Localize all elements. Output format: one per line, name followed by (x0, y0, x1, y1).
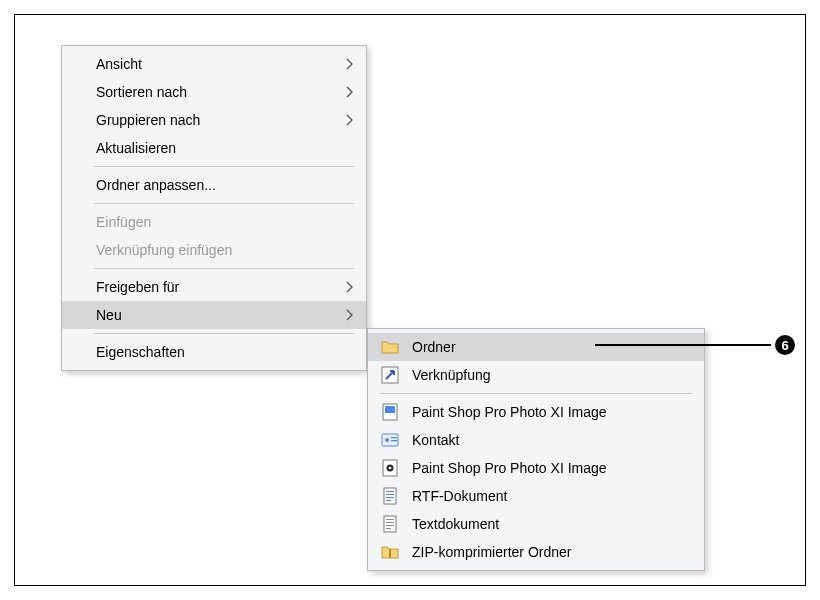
submenu-item-label: Verknüpfung (412, 367, 491, 383)
submenu-item-psp-image-1[interactable]: Paint Shop Pro Photo XI Image (368, 398, 704, 426)
menu-item-label: Gruppieren nach (96, 112, 200, 128)
text-file-icon (380, 514, 400, 534)
menu-item-sort-by[interactable]: Sortieren nach (62, 78, 366, 106)
menu-item-label: Freigeben für (96, 279, 179, 295)
chevron-right-icon (344, 281, 356, 293)
zip-folder-icon (380, 542, 400, 562)
menu-item-label: Aktualisieren (96, 140, 176, 156)
menu-separator (94, 268, 354, 269)
context-menu-main: Ansicht Sortieren nach Gruppieren nach A… (61, 45, 367, 371)
rtf-file-icon (380, 486, 400, 506)
svg-rect-10 (384, 488, 396, 504)
svg-point-9 (389, 467, 392, 470)
submenu-item-label: Paint Shop Pro Photo XI Image (412, 460, 607, 476)
menu-item-new[interactable]: Neu (62, 301, 366, 329)
menu-item-view[interactable]: Ansicht (62, 50, 366, 78)
menu-separator (94, 333, 354, 334)
submenu-item-psp-image-2[interactable]: Paint Shop Pro Photo XI Image (368, 454, 704, 482)
submenu-item-label: ZIP-komprimierter Ordner (412, 544, 571, 560)
submenu-item-label: RTF-Dokument (412, 488, 507, 504)
menu-item-paste: Einfügen (62, 208, 366, 236)
svg-rect-2 (385, 406, 395, 413)
context-menu-new: Ordner Verknüpfung Paint Shop Pro Photo … (367, 328, 705, 571)
chevron-right-icon (344, 309, 356, 321)
svg-rect-6 (391, 440, 397, 441)
chevron-right-icon (344, 58, 356, 70)
svg-rect-15 (384, 516, 396, 532)
submenu-item-shortcut[interactable]: Verknüpfung (368, 361, 704, 389)
shortcut-icon (380, 365, 400, 385)
contact-icon (380, 430, 400, 450)
svg-rect-11 (386, 491, 394, 492)
menu-separator (94, 203, 354, 204)
menu-item-label: Sortieren nach (96, 84, 187, 100)
menu-item-label: Einfügen (96, 214, 151, 230)
submenu-item-folder[interactable]: Ordner (368, 333, 704, 361)
svg-rect-14 (386, 500, 391, 501)
submenu-item-text[interactable]: Textdokument (368, 510, 704, 538)
folder-icon (380, 337, 400, 357)
submenu-item-zip[interactable]: ZIP-komprimierter Ordner (368, 538, 704, 566)
menu-item-label: Verknüpfung einfügen (96, 242, 232, 258)
submenu-item-label: Ordner (412, 339, 456, 355)
callout-badge: 6 (775, 335, 795, 355)
callout-line (595, 344, 771, 346)
svg-rect-19 (386, 528, 391, 529)
menu-separator (380, 393, 692, 394)
submenu-item-label: Textdokument (412, 516, 499, 532)
svg-rect-18 (386, 525, 394, 526)
svg-rect-17 (386, 522, 394, 523)
camera-icon (380, 458, 400, 478)
menu-item-label: Ansicht (96, 56, 142, 72)
chevron-right-icon (344, 86, 356, 98)
menu-item-label: Eigenschaften (96, 344, 185, 360)
menu-item-paste-shortcut: Verknüpfung einfügen (62, 236, 366, 264)
menu-item-group-by[interactable]: Gruppieren nach (62, 106, 366, 134)
svg-rect-12 (386, 494, 394, 495)
submenu-item-label: Paint Shop Pro Photo XI Image (412, 404, 607, 420)
submenu-item-rtf[interactable]: RTF-Dokument (368, 482, 704, 510)
submenu-item-label: Kontakt (412, 432, 459, 448)
submenu-item-contact[interactable]: Kontakt (368, 426, 704, 454)
chevron-right-icon (344, 114, 356, 126)
menu-item-label: Neu (96, 307, 122, 323)
screenshot-frame: Ansicht Sortieren nach Gruppieren nach A… (14, 14, 806, 586)
svg-rect-13 (386, 497, 394, 498)
menu-separator (94, 166, 354, 167)
menu-item-customize-folder[interactable]: Ordner anpassen... (62, 171, 366, 199)
menu-item-share-with[interactable]: Freigeben für (62, 273, 366, 301)
svg-rect-16 (386, 519, 394, 520)
image-file-icon (380, 402, 400, 422)
menu-item-properties[interactable]: Eigenschaften (62, 338, 366, 366)
menu-item-refresh[interactable]: Aktualisieren (62, 134, 366, 162)
callout-number: 6 (781, 338, 788, 353)
svg-point-4 (385, 438, 389, 442)
svg-rect-5 (391, 437, 397, 438)
svg-rect-20 (389, 549, 391, 558)
menu-item-label: Ordner anpassen... (96, 177, 216, 193)
